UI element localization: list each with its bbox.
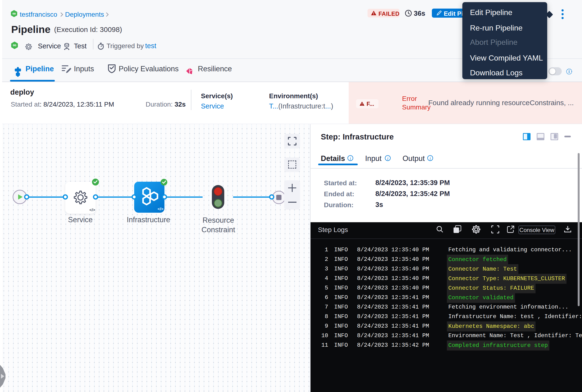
svg-text:∞: ∞ <box>12 11 16 16</box>
svg-text:∞: ∞ <box>13 42 16 48</box>
